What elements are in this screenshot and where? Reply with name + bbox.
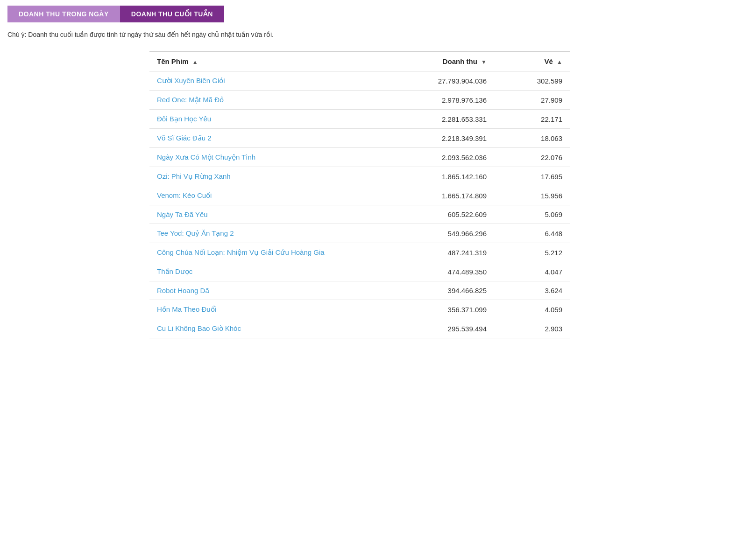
movie-tickets: 18.063	[494, 129, 570, 148]
table-row: Cười Xuyên Biên Giới27.793.904.036302.59…	[149, 71, 570, 91]
movie-name[interactable]: Công Chúa Nổi Loạn: Nhiệm Vụ Giải Cứu Ho…	[149, 243, 402, 262]
table-row: Công Chúa Nổi Loạn: Nhiệm Vụ Giải Cứu Ho…	[149, 243, 570, 262]
movie-tickets: 22.171	[494, 110, 570, 129]
movie-tickets: 5.069	[494, 205, 570, 224]
movie-revenue: 27.793.904.036	[402, 71, 494, 91]
movie-revenue: 1.665.174.809	[402, 186, 494, 205]
movie-name[interactable]: Hồn Ma Theo Đuổi	[149, 300, 402, 319]
movie-revenue: 474.489.350	[402, 262, 494, 281]
sort-arrow-revenue: ▼	[481, 59, 487, 65]
sort-arrow-name: ▲	[192, 59, 198, 65]
table-row: Cu Li Không Bao Giờ Khóc295.539.4942.903	[149, 319, 570, 338]
movie-name[interactable]: Venom: Kèo Cuối	[149, 186, 402, 205]
revenue-table: Tên Phim ▲ Doanh thu ▼ Vé ▲ Cười Xuyên B…	[149, 51, 570, 338]
movie-name[interactable]: Ngày Xưa Có Một Chuyện Tình	[149, 148, 402, 167]
movie-name[interactable]: Võ Sĩ Giác Đấu 2	[149, 129, 402, 148]
table-row: Hồn Ma Theo Đuổi356.371.0994.059	[149, 300, 570, 319]
table-row: Venom: Kèo Cuối1.665.174.80915.956	[149, 186, 570, 205]
table-row: Đôi Bạn Học Yêu2.281.653.33122.171	[149, 110, 570, 129]
table-row: Robot Hoang Dã394.466.8253.624	[149, 281, 570, 300]
movie-tickets: 3.624	[494, 281, 570, 300]
movie-name[interactable]: Ozi: Phi Vụ Rừng Xanh	[149, 167, 402, 186]
movie-name[interactable]: Cu Li Không Bao Giờ Khóc	[149, 319, 402, 338]
table-wrapper: Tên Phim ▲ Doanh thu ▼ Vé ▲ Cười Xuyên B…	[0, 42, 751, 348]
column-header-tickets[interactable]: Vé ▲	[494, 52, 570, 71]
table-body: Cười Xuyên Biên Giới27.793.904.036302.59…	[149, 71, 570, 338]
movie-revenue: 2.093.562.036	[402, 148, 494, 167]
movie-revenue: 2.281.653.331	[402, 110, 494, 129]
movie-revenue: 394.466.825	[402, 281, 494, 300]
tabs-container: DOANH THU TRONG NGÀY DOANH THU CUỐI TUẦN	[0, 0, 751, 22]
table-row: Võ Sĩ Giác Đấu 22.218.349.39118.063	[149, 129, 570, 148]
movie-name[interactable]: Robot Hoang Dã	[149, 281, 402, 300]
movie-revenue: 295.539.494	[402, 319, 494, 338]
movie-revenue: 356.371.099	[402, 300, 494, 319]
movie-tickets: 5.212	[494, 243, 570, 262]
movie-revenue: 2.218.349.391	[402, 129, 494, 148]
movie-revenue: 1.865.142.160	[402, 167, 494, 186]
table-row: Thần Dược474.489.3504.047	[149, 262, 570, 281]
movie-tickets: 2.903	[494, 319, 570, 338]
sort-arrow-tickets: ▲	[557, 59, 562, 65]
tab-daily[interactable]: DOANH THU TRONG NGÀY	[7, 6, 120, 22]
table-row: Tee Yod: Quỷ Ăn Tạng 2549.966.2966.448	[149, 224, 570, 243]
movie-tickets: 22.076	[494, 148, 570, 167]
table-row: Ozi: Phi Vụ Rừng Xanh1.865.142.16017.695	[149, 167, 570, 186]
movie-tickets: 27.909	[494, 91, 570, 110]
movie-tickets: 4.059	[494, 300, 570, 319]
movie-tickets: 4.047	[494, 262, 570, 281]
movie-revenue: 2.978.976.136	[402, 91, 494, 110]
movie-tickets: 15.956	[494, 186, 570, 205]
note-text: Chú ý: Doanh thu cuối tuần được tính từ …	[0, 22, 751, 42]
movie-name[interactable]: Tee Yod: Quỷ Ăn Tạng 2	[149, 224, 402, 243]
movie-tickets: 302.599	[494, 71, 570, 91]
movie-tickets: 17.695	[494, 167, 570, 186]
tab-weekend[interactable]: DOANH THU CUỐI TUẦN	[120, 6, 224, 22]
table-row: Ngày Ta Đã Yêu605.522.6095.069	[149, 205, 570, 224]
table-row: Ngày Xưa Có Một Chuyện Tình2.093.562.036…	[149, 148, 570, 167]
movie-name[interactable]: Red One: Mật Mã Đỏ	[149, 91, 402, 110]
movie-name[interactable]: Cười Xuyên Biên Giới	[149, 71, 402, 91]
table-header-row: Tên Phim ▲ Doanh thu ▼ Vé ▲	[149, 52, 570, 71]
tab-bar: DOANH THU TRONG NGÀY DOANH THU CUỐI TUẦN	[0, 0, 751, 22]
movie-name[interactable]: Ngày Ta Đã Yêu	[149, 205, 402, 224]
movie-tickets: 6.448	[494, 224, 570, 243]
column-header-name[interactable]: Tên Phim ▲	[149, 52, 402, 71]
movie-revenue: 549.966.296	[402, 224, 494, 243]
column-header-revenue[interactable]: Doanh thu ▼	[402, 52, 494, 71]
movie-name[interactable]: Đôi Bạn Học Yêu	[149, 110, 402, 129]
movie-revenue: 487.241.319	[402, 243, 494, 262]
table-row: Red One: Mật Mã Đỏ2.978.976.13627.909	[149, 91, 570, 110]
movie-revenue: 605.522.609	[402, 205, 494, 224]
movie-name[interactable]: Thần Dược	[149, 262, 402, 281]
